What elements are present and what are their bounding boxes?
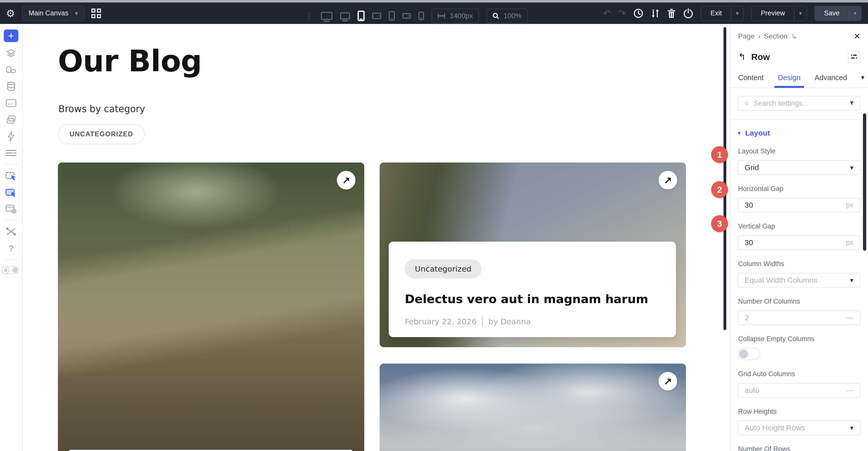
settings-search[interactable]: [738, 96, 861, 111]
vertical-gap-field[interactable]: px: [738, 235, 861, 250]
toggle-knob: [12, 267, 18, 273]
vertical-gap-input[interactable]: [745, 238, 846, 247]
horizontal-gap-unit[interactable]: px: [846, 201, 854, 209]
post-author: by Deanna: [488, 317, 531, 326]
template-library-icon[interactable]: [91, 8, 101, 18]
global-settings-icon[interactable]: [5, 147, 17, 159]
diagonal-arrow-icon: ↗: [664, 175, 672, 186]
select-element-icon[interactable]: [5, 170, 17, 181]
breakpoint-phone-portrait-icon[interactable]: [389, 11, 395, 21]
row-heights-placeholder: Auto Height Rows: [745, 424, 850, 432]
breadcrumb-page[interactable]: Page: [738, 32, 754, 40]
mode-toggle[interactable]: ⚙: [3, 266, 19, 274]
post-meta: February 22, 2026 by Deanna: [405, 316, 660, 327]
row-heights-select[interactable]: Auto Height Rows ▾: [738, 421, 861, 435]
number-of-columns-field[interactable]: —: [738, 310, 861, 325]
help-icon[interactable]: ?: [5, 243, 17, 254]
breakpoint-tablet-portrait-active-icon[interactable]: [358, 10, 365, 21]
panel-body: ▾ Layout Layout Style Grid ▾ Horizontal …: [731, 120, 868, 451]
grid-auto-columns-input[interactable]: [745, 386, 846, 395]
horizontal-gap-input[interactable]: [745, 201, 846, 209]
grid-auto-columns-field[interactable]: —: [738, 383, 861, 398]
settings-gear-icon[interactable]: ⚙: [6, 8, 15, 19]
preview-caret-icon[interactable]: ▾: [794, 6, 806, 21]
unit-dash-icon[interactable]: —: [846, 386, 854, 394]
more-options-icon[interactable]: ⋮: [305, 11, 313, 21]
exit-button[interactable]: Exit ▾: [701, 6, 744, 21]
element-header: ↰ Row: [731, 51, 868, 63]
post-image-forest[interactable]: ↗: [58, 163, 364, 451]
open-post-button[interactable]: ↗: [658, 171, 677, 190]
chevron-down-icon: ▾: [75, 10, 78, 17]
breakpoint-phone-small-icon[interactable]: [418, 11, 424, 20]
home-dot: [421, 18, 422, 19]
breakpoint-desktop-icon[interactable]: [340, 12, 350, 20]
post-title[interactable]: Delectus vero aut in magnam harum: [405, 292, 660, 306]
unit-dash-icon[interactable]: —: [846, 314, 854, 322]
add-element-button[interactable]: +: [4, 29, 19, 42]
select-element-alt-icon[interactable]: [5, 187, 17, 198]
trash-icon[interactable]: [667, 8, 676, 19]
zoom-level-field[interactable]: 100%: [486, 8, 528, 23]
toggle-gear-icon: ⚙: [2, 266, 9, 274]
horizontal-gap-field[interactable]: px: [738, 198, 861, 213]
select-caret-icon: ▾: [850, 276, 854, 284]
editor-canvas[interactable]: Our Blog Brows by category UNCATEGORIZED…: [23, 24, 730, 451]
lightning-icon[interactable]: [5, 131, 17, 142]
preview-button[interactable]: Preview ▾: [751, 6, 807, 21]
select-caret-icon: ▾: [850, 164, 854, 172]
number-of-columns-input[interactable]: [745, 313, 846, 322]
page-title: Our Blog: [58, 44, 202, 78]
design-library-icon[interactable]: [5, 64, 17, 75]
canvas-selector-dropdown[interactable]: Main Canvas ▾: [22, 6, 85, 21]
import-export-icon[interactable]: [651, 8, 659, 19]
builder-sidebar: + ? ⚙: [0, 24, 23, 451]
tab-advanced[interactable]: Advanced: [815, 74, 847, 87]
filter-funnel-icon[interactable]: [849, 100, 854, 107]
collapse-empty-columns-toggle[interactable]: [738, 348, 760, 360]
page-subtitle: Brows by category: [58, 104, 145, 114]
post-image-clouds[interactable]: ↗: [380, 364, 686, 451]
home-dot: [378, 15, 379, 17]
save-button[interactable]: Save ▾: [814, 6, 862, 21]
redo-icon[interactable]: ↷: [618, 9, 626, 18]
annotation-step-3: 3: [711, 215, 728, 232]
breadcrumb-section[interactable]: Section: [764, 32, 787, 40]
layout-style-select[interactable]: Grid ▾: [738, 160, 861, 175]
breakpoint-desktop-large-icon[interactable]: [321, 12, 332, 20]
breakpoint-phone-landscape-icon[interactable]: [402, 13, 411, 19]
field-label-column-widths: Column Widths: [738, 260, 861, 268]
section-title: Layout: [745, 129, 770, 137]
layout-section-header[interactable]: ▾ Layout: [738, 129, 861, 137]
open-post-button[interactable]: ↗: [337, 171, 355, 190]
element-structure-button[interactable]: [848, 51, 861, 63]
power-icon[interactable]: [683, 8, 693, 19]
copy-pages-icon[interactable]: [5, 114, 17, 125]
breakpoint-width-field[interactable]: 1400px: [432, 8, 479, 23]
exit-caret-icon[interactable]: ▾: [731, 6, 743, 21]
field-label-layout-style: Layout Style: [738, 147, 861, 155]
back-arrow-icon[interactable]: ↰: [738, 52, 746, 62]
tools-icon[interactable]: [5, 226, 17, 237]
post-category-badge[interactable]: Uncategorized: [405, 259, 482, 278]
post-card[interactable]: Uncategorized Delectus vero aut in magna…: [389, 242, 676, 337]
browser-record-icon[interactable]: [5, 203, 17, 215]
settings-search-input[interactable]: [753, 99, 845, 108]
tabs-caret-icon[interactable]: ▾: [861, 74, 865, 87]
tab-design[interactable]: Design: [778, 74, 801, 87]
form-card-icon[interactable]: [5, 97, 17, 109]
save-caret-icon[interactable]: ▾: [848, 6, 861, 21]
close-panel-icon[interactable]: ✕: [854, 31, 861, 41]
undo-icon[interactable]: ↶: [603, 9, 611, 18]
panel-scrollbar[interactable]: [863, 113, 866, 251]
tab-content[interactable]: Content: [738, 74, 764, 87]
vertical-gap-unit[interactable]: px: [846, 238, 854, 247]
layers-icon[interactable]: [5, 48, 17, 59]
breakpoint-tablet-landscape-icon[interactable]: [372, 12, 381, 19]
category-filter-button[interactable]: UNCATEGORIZED: [58, 124, 145, 144]
database-icon[interactable]: [5, 81, 17, 92]
annotation-number: 3: [717, 219, 722, 229]
column-widths-select[interactable]: Equal Width Columns ▾: [738, 273, 861, 287]
history-clock-icon[interactable]: [633, 8, 644, 19]
open-post-button[interactable]: ↗: [658, 372, 677, 391]
